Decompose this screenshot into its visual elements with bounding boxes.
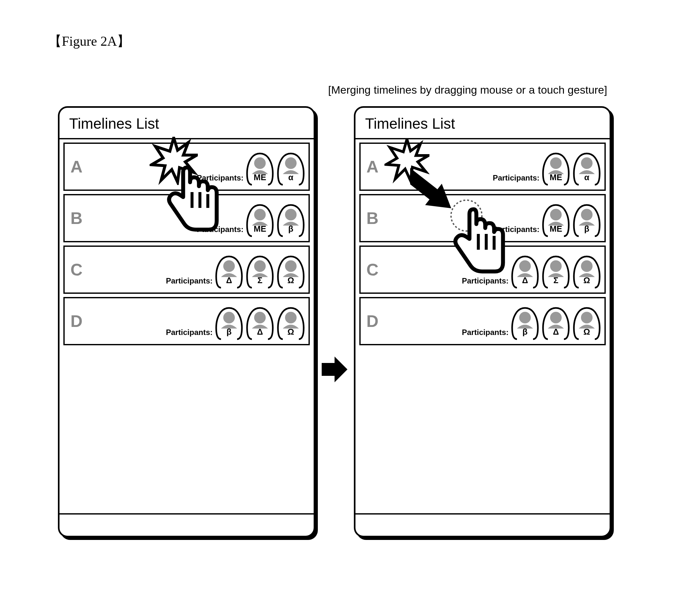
panel-footer (356, 513, 610, 536)
svg-point-15 (550, 157, 562, 169)
svg-point-19 (519, 260, 531, 272)
row-letter: A (361, 157, 383, 176)
avatar: β (510, 305, 539, 341)
svg-point-0 (254, 157, 266, 169)
avatar-label: Δ (245, 327, 274, 337)
svg-point-16 (581, 157, 593, 169)
row-letter: C (361, 260, 383, 279)
avatar: Δ (245, 305, 274, 341)
timeline-row[interactable]: C Participants: Δ Σ (63, 245, 310, 294)
rows-right: A Participants: ME α (356, 142, 610, 345)
avatar: Σ (245, 254, 274, 289)
avatar-label: Ω (572, 275, 601, 286)
panel-title: Timelines List (356, 108, 610, 139)
avatar: β (572, 202, 601, 238)
svg-point-20 (550, 260, 562, 272)
timeline-row[interactable]: D Participants: β Δ (63, 297, 310, 345)
avatar: Ω (572, 254, 601, 289)
avatar-label: Ω (276, 327, 305, 337)
caption-text: [Merging timelines by dragging mouse or … (328, 84, 607, 96)
svg-point-1 (285, 157, 297, 169)
participants-label: Participants: (197, 225, 243, 234)
participants-label: Participants: (493, 173, 539, 183)
participants-label: Participants: (462, 276, 509, 286)
row-letter: A (65, 157, 87, 176)
avatar-label: β (572, 224, 601, 234)
participants-label: Participants: (166, 276, 213, 286)
avatar: Σ (541, 254, 570, 289)
avatar-label: Σ (245, 275, 274, 286)
avatar-label: α (276, 172, 305, 183)
avatar-label: β (276, 224, 305, 234)
panel-right: Timelines List A Participants: ME α (354, 106, 611, 537)
row-letter: D (65, 311, 87, 331)
avatar-label: Ω (572, 327, 601, 337)
avatar-label: β (214, 327, 243, 337)
timeline-row[interactable]: B Participants: ME β (63, 194, 310, 242)
avatar: ME (245, 151, 274, 186)
svg-point-2 (254, 209, 266, 221)
timeline-row[interactable]: A Participants: ME α (63, 142, 310, 191)
avatar-label: Δ (510, 275, 539, 286)
avatar-label: Δ (214, 275, 243, 286)
avatar: ME (541, 202, 570, 238)
svg-point-22 (519, 312, 531, 323)
row-letter: C (65, 260, 87, 279)
avatar: α (572, 151, 601, 186)
avatar: ME (245, 202, 274, 238)
panel-title: Timelines List (60, 108, 314, 139)
avatar: Ω (276, 305, 305, 341)
timeline-row[interactable]: B Participants: ME β (359, 194, 606, 242)
panel-footer (60, 513, 314, 536)
panel-left: Timelines List A Participants: ME α (58, 106, 315, 537)
participants-label: Participants: (462, 328, 509, 337)
timeline-row[interactable]: D Participants: β Δ (359, 297, 606, 345)
row-letter: D (361, 311, 383, 331)
avatar-label: ME (541, 224, 570, 234)
rows-left: A Participants: ME α (60, 142, 314, 345)
avatar: Δ (510, 254, 539, 289)
timeline-row[interactable]: A Participants: ME α (359, 142, 606, 191)
avatar-label: β (510, 327, 539, 337)
transition-arrow-icon (322, 355, 347, 385)
avatar: Δ (541, 305, 570, 341)
avatar-label: Σ (541, 275, 570, 286)
avatar: β (276, 202, 305, 238)
participants-label: Participants: (493, 225, 539, 234)
avatar: α (276, 151, 305, 186)
avatar: β (214, 305, 243, 341)
row-letter: B (65, 208, 87, 228)
svg-marker-14 (322, 357, 347, 382)
avatar-label: ME (245, 224, 274, 234)
svg-point-9 (285, 312, 297, 323)
svg-point-6 (285, 260, 297, 272)
svg-point-17 (550, 209, 562, 221)
svg-point-7 (223, 312, 235, 323)
timeline-row[interactable]: C Participants: Δ Σ (359, 245, 606, 294)
svg-point-24 (581, 312, 593, 323)
svg-point-4 (223, 260, 235, 272)
participants-label: Participants: (166, 328, 213, 337)
avatar-label: ME (541, 172, 570, 183)
row-letter: B (361, 208, 383, 228)
svg-point-21 (581, 260, 593, 272)
figure-label: 【Figure 2A】 (48, 32, 131, 50)
avatar-label: Ω (276, 275, 305, 286)
svg-point-18 (581, 209, 593, 221)
participants-label: Participants: (197, 173, 243, 183)
svg-point-5 (254, 260, 266, 272)
avatar: Δ (214, 254, 243, 289)
panels-container: Timelines List A Participants: ME α (58, 106, 611, 537)
avatar: Ω (572, 305, 601, 341)
svg-point-3 (285, 209, 297, 221)
svg-point-23 (550, 312, 562, 323)
avatar-label: Δ (541, 327, 570, 337)
avatar: Ω (276, 254, 305, 289)
svg-point-8 (254, 312, 266, 323)
avatar-label: α (572, 172, 601, 183)
avatar: ME (541, 151, 570, 186)
avatar-label: ME (245, 172, 274, 183)
